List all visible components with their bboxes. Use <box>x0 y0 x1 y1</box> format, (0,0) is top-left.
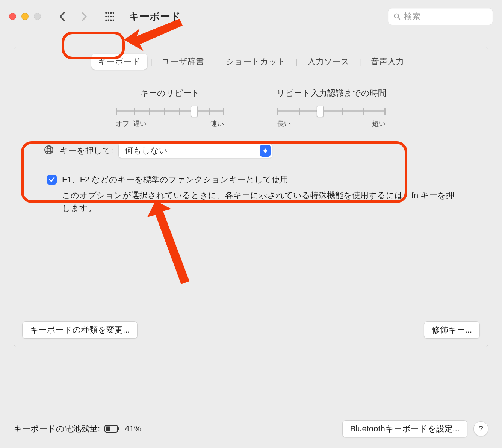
battery-percentage: 41% <box>125 424 141 434</box>
footer-right: Bluetoothキーボードを設定... ? <box>342 420 488 437</box>
svg-point-9 <box>108 19 109 21</box>
svg-point-2 <box>110 12 112 14</box>
svg-line-13 <box>398 17 400 19</box>
svg-point-6 <box>110 15 112 17</box>
back-button[interactable] <box>56 10 69 23</box>
tab-separator: | <box>294 58 299 66</box>
toolbar: キーボード <box>0 0 502 33</box>
tabbar: キーボード | ユーザ辞書 | ショートカット | 入力ソース | 音声入力 <box>14 47 488 79</box>
select-stepper-icon <box>260 145 271 157</box>
globe-key-row: キーを押して: 何もしない <box>44 143 488 158</box>
slider-knob[interactable] <box>191 106 198 117</box>
traffic-lights <box>9 13 41 20</box>
chevron-right-icon <box>81 11 88 22</box>
forward-button <box>78 10 91 23</box>
zoom-window-button <box>34 13 41 20</box>
slider-captions: オフ 遅い 速い <box>116 119 224 128</box>
tab-dictation[interactable]: 音声入力 <box>364 54 411 70</box>
fn-keys-checkbox-label: F1、F2 などのキーを標準のファンクションキーとして使用 <box>62 174 288 185</box>
window-title: キーボード <box>129 10 181 23</box>
slider-label: リピート入力認識までの時間 <box>277 88 386 99</box>
close-window-button[interactable] <box>9 13 16 20</box>
sliders-row: キーのリピート オフ <box>14 88 488 128</box>
globe-key-label: キーを押して: <box>60 145 113 156</box>
slider-delay: リピート入力認識までの時間 長い 短い <box>277 88 386 128</box>
tab-separator: | <box>212 58 217 66</box>
svg-rect-21 <box>106 427 110 431</box>
globe-key-select[interactable]: 何もしない <box>118 143 272 158</box>
slider-delay-track[interactable] <box>277 105 386 116</box>
svg-point-7 <box>113 15 114 17</box>
svg-point-5 <box>108 15 109 17</box>
modifier-keys-button[interactable]: 修飾キー... <box>424 321 480 339</box>
fn-keys-checkbox[interactable] <box>47 175 57 185</box>
help-button[interactable]: ? <box>473 421 488 436</box>
caption-fast: 速い <box>210 119 224 128</box>
slider-label: キーのリピート <box>140 88 200 99</box>
svg-point-3 <box>113 12 114 14</box>
content: キーボード | ユーザ辞書 | ショートカット | 入力ソース | 音声入力 キ… <box>0 33 502 409</box>
svg-point-0 <box>105 12 107 14</box>
svg-point-8 <box>105 19 107 21</box>
battery-label: キーボードの電池残量: <box>14 423 100 434</box>
svg-rect-20 <box>118 427 119 430</box>
minimize-window-button[interactable] <box>21 13 29 20</box>
tab-input-sources[interactable]: 入力ソース <box>301 54 356 70</box>
slider-key-repeat-track[interactable] <box>116 105 224 116</box>
search-field[interactable] <box>388 8 493 25</box>
checkmark-icon <box>48 176 55 183</box>
battery-icon <box>104 425 120 433</box>
panel-bottom-buttons: キーボードの種類を変更... 修飾キー... <box>22 321 480 339</box>
search-icon <box>393 12 401 21</box>
globe-icon <box>44 145 54 156</box>
tab-separator: | <box>149 58 154 66</box>
page-panel: キーボード | ユーザ辞書 | ショートカット | 入力ソース | 音声入力 キ… <box>14 47 488 347</box>
svg-point-4 <box>105 15 107 17</box>
show-all-button[interactable] <box>103 10 116 23</box>
caption-short: 短い <box>372 119 386 128</box>
select-value: 何もしない <box>125 145 168 156</box>
chevron-left-icon <box>59 11 66 22</box>
svg-point-10 <box>110 19 112 21</box>
tab-user-dictionary[interactable]: ユーザ辞書 <box>155 54 211 70</box>
tab-keyboard[interactable]: キーボード <box>91 54 147 70</box>
search-input[interactable] <box>404 12 487 21</box>
bluetooth-keyboard-button[interactable]: Bluetoothキーボードを設定... <box>342 420 467 437</box>
window: キーボード キーボード | ユーザ辞書 | ショートカット | 入力ソース | … <box>0 0 502 448</box>
svg-point-1 <box>108 12 109 14</box>
caption-off: オフ <box>116 119 129 128</box>
grid-icon <box>105 12 115 21</box>
battery-status: キーボードの電池残量: 41% <box>14 423 141 434</box>
change-keyboard-type-button[interactable]: キーボードの種類を変更... <box>22 321 138 339</box>
slider-key-repeat: キーのリピート オフ <box>116 88 224 128</box>
tab-separator: | <box>358 58 363 66</box>
svg-point-11 <box>113 19 114 21</box>
slider-knob[interactable] <box>317 106 324 117</box>
slider-captions: 長い 短い <box>277 119 386 128</box>
caption-long: 長い <box>277 119 291 128</box>
fn-keys-description: このオプションが選択されているときに、各キーに示されている特殊機能を使用するには… <box>62 189 455 215</box>
caption-slow: 遅い <box>133 119 147 128</box>
fn-keys-checkbox-row: F1、F2 などのキーを標準のファンクションキーとして使用 このオプションが選択… <box>40 169 462 227</box>
nav-buttons <box>56 10 91 23</box>
footer: キーボードの電池残量: 41% Bluetoothキーボードを設定... ? <box>0 420 502 448</box>
tab-shortcuts[interactable]: ショートカット <box>219 54 293 70</box>
